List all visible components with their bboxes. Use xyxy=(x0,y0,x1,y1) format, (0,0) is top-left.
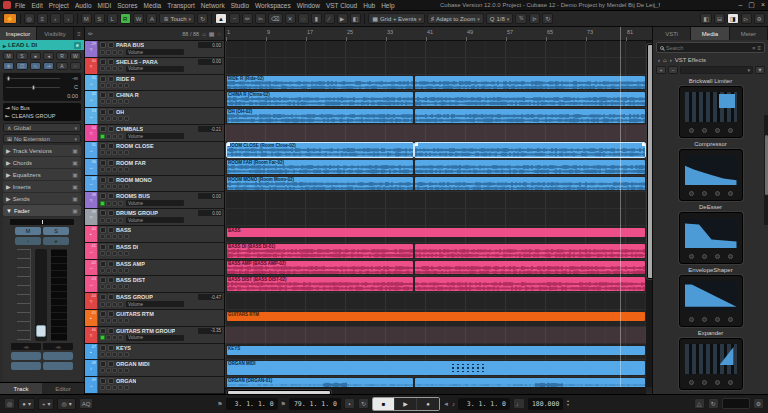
track-mini-button[interactable] xyxy=(112,83,117,88)
tool-erase[interactable]: ⌫ xyxy=(268,13,282,24)
snap-mode-dropdown[interactable]: + ▾ xyxy=(38,398,55,410)
track-mini-button[interactable] xyxy=(124,234,129,239)
track-mini-button[interactable] xyxy=(112,234,117,239)
audio-event[interactable] xyxy=(415,92,645,106)
automation-parameter[interactable]: Volume xyxy=(126,217,184,223)
input-routing[interactable]: ⇥ No Bus xyxy=(5,104,79,112)
track-mini-button[interactable] xyxy=(100,284,105,289)
track-solo-button[interactable] xyxy=(108,361,114,367)
audio-event[interactable]: GUITARS RTM xyxy=(227,312,645,321)
plugin-thumbnail[interactable] xyxy=(679,275,743,327)
track-mini-button[interactable] xyxy=(112,184,117,189)
automation-mode-dropdown[interactable]: ≋ Touch ▾ xyxy=(159,13,195,24)
track-mini-button[interactable] xyxy=(106,99,111,104)
tempo-display[interactable]: 180.000 xyxy=(528,398,563,410)
arrange-row[interactable]: ROOM FAR (Room Far-02) xyxy=(225,159,652,176)
arrange-row[interactable] xyxy=(225,58,652,75)
timeline-ruler[interactable]: 19172533414957657381 xyxy=(225,27,652,41)
nudge-left-icon[interactable]: ‹ xyxy=(50,13,61,24)
activate-project-button[interactable]: ⚡ xyxy=(3,13,17,24)
track-edit-button[interactable] xyxy=(112,50,117,55)
audio-event[interactable]: BASS xyxy=(227,228,645,237)
solo-button[interactable]: S xyxy=(16,52,27,60)
tab-editor[interactable]: Editor xyxy=(42,382,84,394)
track-mini-button[interactable] xyxy=(100,116,105,121)
cycle-icon[interactable]: ↻ xyxy=(358,398,369,409)
automation-parameter[interactable]: Volume xyxy=(126,66,184,72)
constrain-delay-icon[interactable]: ◎ xyxy=(24,13,35,24)
track-monitor-button[interactable] xyxy=(118,66,123,71)
track-mini-button[interactable] xyxy=(106,150,111,155)
track-row[interactable]: ≈39DRUMS GROUP0.00Volume xyxy=(85,209,224,226)
track-mini-button[interactable] xyxy=(124,99,129,104)
track-monitor-button[interactable] xyxy=(118,335,123,340)
menu-vst-cloud[interactable]: VST Cloud xyxy=(323,2,360,9)
preroll-icon[interactable]: ◄ xyxy=(443,401,449,407)
arrange-row[interactable] xyxy=(225,125,652,142)
iterative-quantize-icon[interactable]: ％ xyxy=(515,13,527,24)
menu-media[interactable]: Media xyxy=(141,2,165,9)
record-enable-button[interactable]: ● xyxy=(30,52,41,60)
track-mute-button[interactable] xyxy=(100,378,106,384)
mute-button[interactable]: M xyxy=(3,52,14,60)
track-name[interactable]: BASS GROUP xyxy=(116,294,153,300)
metronome-icon[interactable]: △ xyxy=(694,398,705,409)
track-solo-button[interactable] xyxy=(108,59,114,65)
track-solo-button[interactable] xyxy=(108,328,114,334)
track-mini-button[interactable] xyxy=(124,368,129,373)
track-mini-button[interactable] xyxy=(112,99,117,104)
zoom-icon[interactable]: ◌ xyxy=(217,31,221,37)
maximize-button[interactable]: ▢ xyxy=(748,1,755,9)
track-solo-button[interactable] xyxy=(108,92,114,98)
track-mini-button[interactable] xyxy=(112,385,117,390)
track-mute-button[interactable] xyxy=(100,193,106,199)
funnel-icon[interactable]: ▼ xyxy=(755,66,765,74)
track-row[interactable]: →35ROOM CLOSE xyxy=(85,142,224,159)
track-solo-button[interactable] xyxy=(108,143,114,149)
window-setup-gear-icon[interactable]: ⚙ xyxy=(754,13,765,24)
menu-window[interactable]: Window xyxy=(294,2,323,9)
track-name[interactable]: BASS AMP xyxy=(116,261,145,267)
automation-read-button[interactable] xyxy=(100,201,105,206)
track-mini-button[interactable] xyxy=(118,368,123,373)
inspector-menu-icon[interactable]: ≡ xyxy=(74,27,84,40)
section-equalizers[interactable]: ▶Equalizers▣ xyxy=(3,169,81,180)
tool-play[interactable]: ▶ xyxy=(337,13,348,24)
track-row[interactable]: →36ROOM FAR xyxy=(85,159,224,176)
track-mini-button[interactable] xyxy=(106,184,111,189)
plugin-thumbnail[interactable] xyxy=(679,86,743,138)
track-mini-button[interactable] xyxy=(100,368,105,373)
track-row[interactable]: →49ORGAN xyxy=(85,377,224,394)
stop-button[interactable]: ■ xyxy=(373,398,395,410)
track-row[interactable]: ≈44BASS GROUP-0.47Volume xyxy=(85,293,224,310)
track-mini-button[interactable] xyxy=(100,184,105,189)
track-row[interactable]: →41BASS DI xyxy=(85,243,224,260)
audio-event[interactable] xyxy=(415,143,645,157)
section-inserts[interactable]: ▶Inserts▣ xyxy=(3,181,81,192)
track-mini-button[interactable] xyxy=(106,368,111,373)
track-name[interactable]: GUITARS RTM xyxy=(116,311,154,317)
audio-event[interactable] xyxy=(415,244,645,258)
audio-quantize-button[interactable]: AQ xyxy=(79,398,94,409)
list-view-icon[interactable]: ≡ xyxy=(757,45,761,51)
track-name[interactable]: ROOM CLOSE xyxy=(116,143,154,149)
automation-read-button[interactable] xyxy=(100,302,105,307)
track-name[interactable]: ROOM FAR xyxy=(116,160,146,166)
eq-state-button[interactable]: ∿ xyxy=(30,62,41,70)
audio-event[interactable] xyxy=(415,109,645,123)
arrange-row[interactable]: BASS DIST (BASS DIST-02) xyxy=(225,276,652,293)
plugin-item[interactable]: Expander xyxy=(653,330,768,390)
audio-event[interactable]: ROOM FAR (Room Far-02) xyxy=(227,160,413,174)
track-mini-button[interactable] xyxy=(112,368,117,373)
track-mute-button[interactable] xyxy=(100,294,106,300)
track-mute-button[interactable] xyxy=(100,328,106,334)
quantize-mode-dropdown[interactable]: ◎ ▾ xyxy=(57,398,75,410)
track-edit-icon[interactable]: ✏ xyxy=(88,30,93,37)
track-edit-button[interactable] xyxy=(112,66,117,71)
automation-write-button[interactable] xyxy=(106,201,111,206)
automation-write-button[interactable] xyxy=(106,134,111,139)
automation-read-button[interactable] xyxy=(100,335,105,340)
track-name[interactable]: CYMBALS xyxy=(116,126,143,132)
tool-line[interactable]: ∕ xyxy=(324,13,335,24)
menu-hub[interactable]: Hub xyxy=(360,2,378,9)
